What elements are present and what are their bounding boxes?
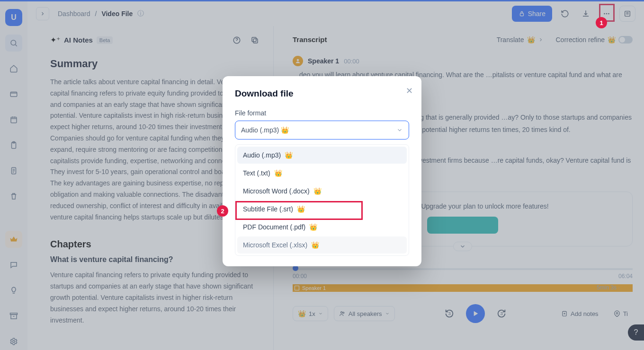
option-excel-xlsx[interactable]: Microsoft Excel (.xlsx)👑	[237, 236, 407, 254]
file-format-label: File format	[235, 109, 409, 117]
option-subtitle-srt[interactable]: Subtitle File (.srt)👑	[237, 201, 407, 218]
crown-icon: 👑	[285, 151, 293, 159]
modal-title: Download file	[235, 88, 409, 99]
file-format-select[interactable]: Audio (.mp3) 👑	[235, 121, 409, 140]
file-format-options: Audio (.mp3)👑 Text (.txt)👑 Microsoft Wor…	[235, 144, 409, 256]
option-pdf[interactable]: PDF Document (.pdf)👑	[237, 219, 407, 236]
download-modal: Download file ✕ File format Audio (.mp3)…	[223, 76, 421, 266]
option-text-txt[interactable]: Text (.txt)👑	[237, 165, 407, 182]
crown-icon: 👑	[281, 126, 289, 134]
crown-icon: 👑	[313, 187, 322, 195]
annotation-badge-2: 2	[217, 205, 228, 217]
close-icon[interactable]: ✕	[406, 86, 413, 96]
crown-icon: 👑	[309, 223, 317, 231]
crown-icon: 👑	[274, 169, 282, 177]
crown-icon: 👑	[311, 241, 319, 249]
annotation-badge-1: 1	[596, 17, 607, 28]
option-word-docx[interactable]: Microsoft Word (.docx)👑	[237, 183, 407, 200]
crown-icon: 👑	[297, 205, 305, 213]
chevron-down-icon	[396, 127, 403, 133]
option-audio-mp3[interactable]: Audio (.mp3)👑	[237, 147, 407, 164]
